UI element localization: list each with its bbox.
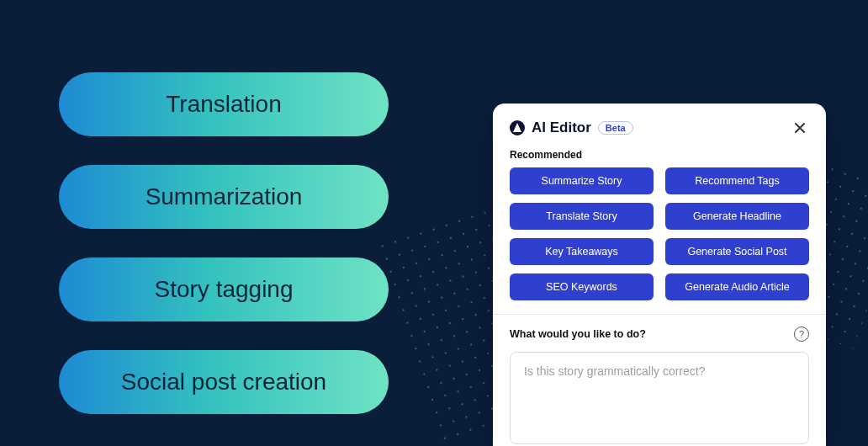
feature-list: Translation Summarization Story tagging … [59,72,389,414]
feature-pill-translation: Translation [59,72,389,136]
feature-label: Story tagging [155,276,294,303]
generate-headline-button[interactable]: Generate Headline [665,203,809,230]
seo-keywords-button[interactable]: SEO Keywords [510,273,654,300]
help-icon[interactable]: ? [794,327,809,342]
translate-story-button[interactable]: Translate Story [510,203,654,230]
panel-title: AI Editor [532,119,591,136]
feature-label: Translation [166,91,281,118]
generate-audio-article-button[interactable]: Generate Audio Article [665,273,809,300]
generate-social-post-button[interactable]: Generate Social Post [665,238,809,265]
prompt-box [510,352,809,444]
feature-pill-social-post-creation: Social post creation [59,350,389,414]
feature-label: Social post creation [121,369,326,396]
summarize-story-button[interactable]: Summarize Story [510,167,654,194]
ai-editor-panel: AI Editor Beta Recommended Summarize Sto… [493,104,826,446]
feature-pill-summarization: Summarization [59,165,389,229]
prompt-row: What would you like to do? ? [510,327,809,342]
prompt-label: What would you like to do? [510,328,646,340]
feature-pill-story-tagging: Story tagging [59,258,389,321]
divider [493,314,826,315]
panel-header: AI Editor Beta [510,119,809,137]
beta-badge: Beta [598,121,633,135]
recommend-tags-button[interactable]: Recommend Tags [665,167,809,194]
close-icon[interactable] [791,119,809,137]
prompt-input[interactable] [524,364,795,432]
recommended-actions: Summarize Story Recommend Tags Translate… [510,167,809,300]
recommended-label: Recommended [510,149,809,161]
key-takeaways-button[interactable]: Key Takeaways [510,238,654,265]
app-logo-icon [510,120,525,135]
feature-label: Summarization [146,183,303,210]
